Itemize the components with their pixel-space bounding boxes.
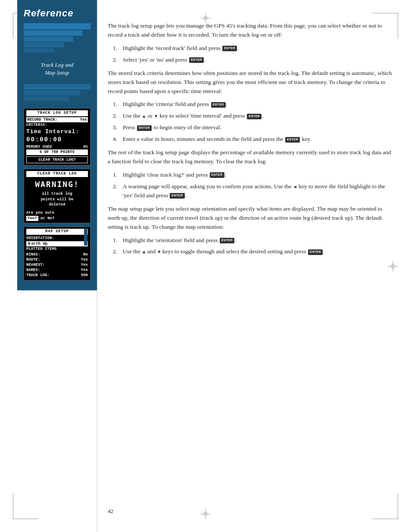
screen3-plotted: PLOTTED ITEMS xyxy=(26,246,88,252)
screen2-line3: deleted xyxy=(26,202,88,208)
crosshair-bottom xyxy=(200,509,211,519)
screen2-line1: all track log xyxy=(26,191,88,197)
screen1-criteria: CRITERIA: xyxy=(26,122,88,128)
step2-2: Use the ▲ or ▼ key to select 'time inter… xyxy=(116,112,394,121)
screen3-tracklog: TRACK LOG: 500 xyxy=(26,273,88,278)
enter-button-9: ENTER xyxy=(220,238,234,243)
arrow-left-icon: ◄ xyxy=(293,184,297,189)
screen2-title: CLEAR TRACK LOG xyxy=(26,171,88,177)
gps-screen-tracklog: TRACK LOG SETUP RECORD TRACK: Yes CRITER… xyxy=(24,108,90,165)
enter-button-1: ENTER xyxy=(222,46,237,51)
screen1-points: 5 OF 768 POINTS xyxy=(26,149,88,155)
sidebar-panel: Reference Track Log andMap Setup TRACK L… xyxy=(17,0,97,290)
arrow-down-icon-2: ▼ xyxy=(157,249,162,254)
step3-1: Highlight 'clear track log?' and press E… xyxy=(116,171,394,180)
enter-button-7: ENTER xyxy=(210,172,224,178)
screen3-nearest: NEAREST: Yes xyxy=(26,262,88,268)
step4-1: Highlight the 'orientation' field and pr… xyxy=(116,236,394,245)
arrow-up-icon-2: ▲ xyxy=(142,249,147,254)
para4: The map setup page lets you select map o… xyxy=(108,205,394,232)
step3-2: A warning page will appear, asking you t… xyxy=(116,182,394,200)
screen2-warning: WARNING! xyxy=(26,179,88,190)
screen3-route: ROUTE: Yes xyxy=(26,257,88,262)
step2-1: Highlight the 'criteria' field and press… xyxy=(116,100,394,109)
screen3-orientation-value: North Up xyxy=(26,241,88,247)
arrow-down-icon: ▼ xyxy=(154,114,158,118)
screen1-clear: CLEAR TRACK LOG? xyxy=(26,156,88,164)
screen2-line2: points will be xyxy=(26,197,88,202)
enter-button-6: ENTER xyxy=(285,137,300,143)
map-orientation-steps: Highlight the 'orientation' field and pr… xyxy=(116,236,394,257)
screen3-orientation-label: ORIENTATION: xyxy=(26,236,88,241)
screen1-record-row: RECORD TRACK: Yes xyxy=(26,117,88,122)
sidebar-shapes2 xyxy=(24,83,90,105)
para1: The track log setup page lets you manage… xyxy=(108,22,394,40)
step2-3: Press ENTER to begin entry of the interv… xyxy=(116,123,394,132)
screen1-time-value: 00:00:00 xyxy=(26,136,88,144)
main-content: The track log setup page lets you manage… xyxy=(108,22,394,506)
screen2-line4: Are you sure xyxy=(26,210,88,216)
page-number: 42 xyxy=(108,508,113,515)
clear-tracklog-steps: Highlight 'clear track log?' and press E… xyxy=(116,171,394,200)
enter-button-8: ENTER xyxy=(170,193,184,199)
para3: The rest of the track log setup page dis… xyxy=(108,148,394,166)
step2-4: Enter a value in hours, minutes and seco… xyxy=(116,135,394,144)
tracklog-onoff-steps: Highlight the 'record track' field and p… xyxy=(116,44,394,65)
enter-button-5: ENTER xyxy=(137,125,152,131)
arrow-up-icon: ▲ xyxy=(142,114,146,118)
screen1-title: TRACK LOG SETUP xyxy=(26,110,88,116)
sidebar-decoration xyxy=(24,22,90,53)
sidebar-title: Reference xyxy=(24,8,90,19)
sidebar: Reference Track Log andMap Setup TRACK L… xyxy=(0,0,106,532)
step4-2: Use the ▲ and ▼ keys to toggle through a… xyxy=(116,247,394,256)
blue-marker xyxy=(84,228,87,246)
step1-1: Highlight the 'record track' field and p… xyxy=(116,44,394,53)
para2: The stored track criteria determines how… xyxy=(108,69,394,96)
screen3-rings: RINGS: No xyxy=(26,252,88,257)
gps-screen-warning: CLEAR TRACK LOG WARNING! all track log p… xyxy=(24,169,90,223)
screen3-title: MAP SETUP xyxy=(26,229,88,235)
criteria-steps: Highlight the 'criteria' field and press… xyxy=(116,100,394,144)
enter-button-4: ENTER xyxy=(247,114,262,119)
screen3-cursor: N xyxy=(27,241,31,246)
screen1-memory-row: MEMORY USED 0% xyxy=(26,144,88,149)
screen2-yes-no: Yes? or No? xyxy=(26,216,88,221)
gps-screen-mapsetup: MAP SETUP ORIENTATION: North Up PLOTTED … xyxy=(24,227,90,280)
screen3-names: NAMES: Yes xyxy=(26,268,88,273)
screen1-time-interval: Time Interval: xyxy=(26,128,88,136)
step1-2: Select 'yes' or 'no' and press ENTER. xyxy=(116,56,394,65)
enter-button-2: ENTER xyxy=(189,57,204,63)
enter-button-3: ENTER xyxy=(211,102,226,108)
sidebar-subtitle: Track Log andMap Setup xyxy=(24,61,90,77)
sidebar-separator xyxy=(97,0,97,532)
enter-button-10: ENTER xyxy=(308,249,323,255)
